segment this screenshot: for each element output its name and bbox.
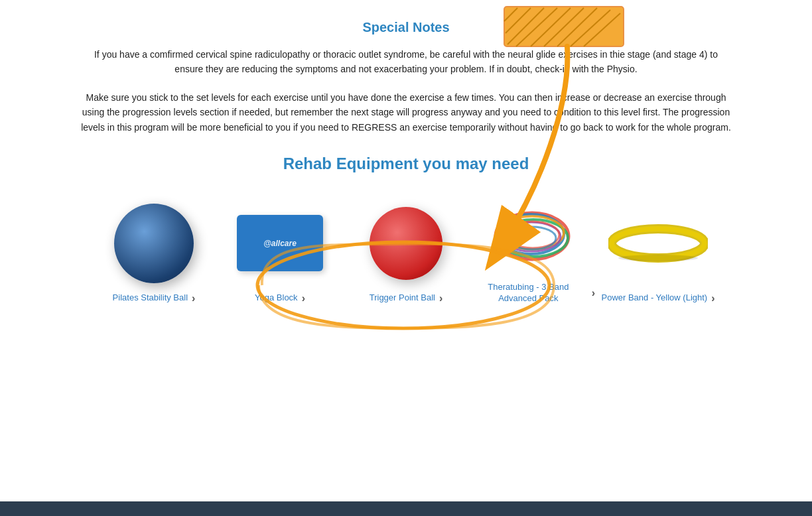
trigger-ball-label-row: Trigger Point Ball ›	[370, 292, 443, 304]
equipment-item-trigger-ball[interactable]: Trigger Point Ball ›	[343, 204, 469, 304]
yoga-block-image: @allcare	[227, 204, 333, 283]
equipment-item-power-band[interactable]: Power Band - Yellow (Light) ›	[595, 204, 721, 304]
power-band-chevron[interactable]: ›	[711, 292, 714, 304]
trigger-ball-chevron[interactable]: ›	[439, 292, 442, 304]
svg-line-11	[504, 8, 517, 21]
yoga-block-label: Yoga Block	[255, 292, 298, 304]
yoga-block-chevron[interactable]: ›	[302, 292, 305, 304]
trigger-ball-image	[353, 204, 459, 283]
equipment-item-yoga-block[interactable]: @allcare Yoga Block ›	[217, 204, 343, 304]
theratubing-image	[479, 193, 585, 273]
theratubing-visual	[486, 200, 578, 266]
yoga-block-visual: @allcare	[237, 215, 323, 271]
trigger-ball-label: Trigger Point Ball	[370, 292, 435, 304]
equipment-item-theratubing[interactable]: Theratubing - 3 Band Advanced Pack ›	[469, 193, 595, 304]
note-paragraph-1: If you have a comfirmed cervical spine r…	[40, 47, 772, 77]
pilates-ball-label-row: Pilates Stability Ball ›	[113, 292, 196, 304]
trigger-ball-visual	[370, 207, 442, 280]
pilates-ball-visual	[114, 204, 194, 283]
yoga-block-label-row: Yoga Block ›	[255, 292, 305, 304]
svg-point-6	[508, 227, 556, 249]
equipment-row: Pilates Stability Ball › @allcare Yoga B…	[40, 193, 772, 304]
special-notes-title: Special Notes	[40, 20, 772, 35]
power-band-label-row: Power Band - Yellow (Light) ›	[601, 292, 714, 304]
note-paragraph-2: Make sure you stick to the set levels fo…	[40, 90, 772, 135]
pilates-ball-label: Pilates Stability Ball	[113, 292, 188, 304]
rehab-section: Rehab Equipment you may need Pilates Sta…	[40, 155, 772, 304]
page-wrapper: Special Notes If you have a comfirmed ce…	[0, 0, 812, 516]
theratubing-label: Theratubing - 3 Band Advanced Pack	[469, 282, 588, 304]
power-band-visual	[608, 224, 708, 263]
theratubing-label-row: Theratubing - 3 Band Advanced Pack ›	[469, 282, 595, 304]
power-band-label: Power Band - Yellow (Light)	[601, 292, 707, 304]
pilates-ball-image	[101, 204, 207, 283]
rehab-section-title: Rehab Equipment you may need	[40, 155, 772, 173]
equipment-item-pilates-ball[interactable]: Pilates Stability Ball ›	[91, 204, 217, 304]
svg-point-9	[618, 255, 698, 261]
yoga-block-logo: @allcare	[263, 239, 297, 248]
power-band-image	[605, 204, 711, 283]
pilates-ball-chevron[interactable]: ›	[192, 292, 195, 304]
bottom-bar	[0, 501, 812, 516]
